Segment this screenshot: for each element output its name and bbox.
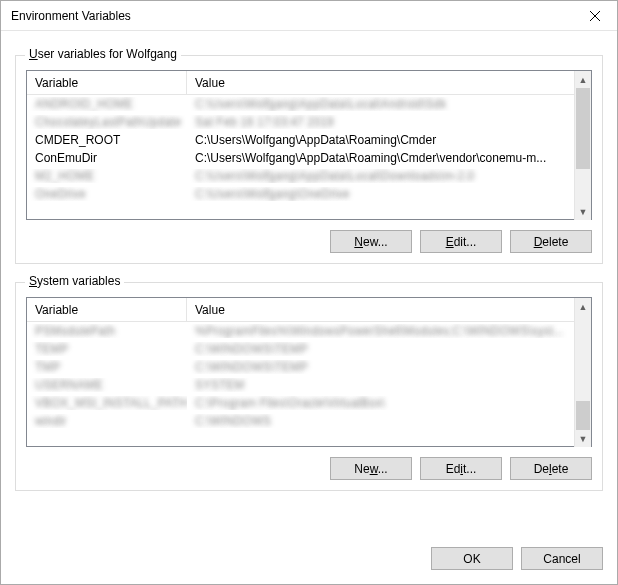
table-row[interactable]: TEMPC:\WINDOWS\TEMP bbox=[27, 340, 574, 358]
table-row[interactable]: PSModulePath%ProgramFiles%\WindowsPowerS… bbox=[27, 322, 574, 340]
window-title: Environment Variables bbox=[11, 9, 572, 23]
col-header-value[interactable]: Value bbox=[187, 71, 574, 94]
cell-variable: M2_HOME bbox=[27, 169, 187, 183]
cell-value: C:\Users\Wolfgang\AppData\Local\Android\… bbox=[187, 97, 574, 111]
cell-value: SYSTEM bbox=[187, 378, 574, 392]
system-variables-group: System variables Variable Value PSModule… bbox=[15, 282, 603, 491]
scroll-track[interactable] bbox=[575, 88, 591, 203]
cell-variable: ChocolateyLastPathUpdate bbox=[27, 115, 187, 129]
cell-variable: CMDER_ROOT bbox=[27, 133, 187, 147]
cell-value: %ProgramFiles%\WindowsPowerShell\Modules… bbox=[187, 324, 574, 338]
cell-variable: VBOX_MSI_INSTALL_PATH bbox=[27, 396, 187, 410]
system-group-label: System variables bbox=[25, 274, 124, 288]
table-row[interactable]: USERNAMESYSTEM bbox=[27, 376, 574, 394]
cell-value: C:\Users\Wolfgang\OneDrive bbox=[187, 187, 574, 201]
cell-value: C:\Users\Wolfgang\AppData\Roaming\Cmder\… bbox=[187, 151, 574, 165]
user-edit-button[interactable]: Edit... bbox=[420, 230, 502, 253]
scroll-thumb[interactable] bbox=[576, 88, 590, 169]
close-button[interactable] bbox=[572, 1, 617, 31]
table-row[interactable]: M2_HOMEC:\Users\Wolfgang\AppData\Local\D… bbox=[27, 167, 574, 185]
system-edit-button[interactable]: Edit... bbox=[420, 457, 502, 480]
cell-variable: USERNAME bbox=[27, 378, 187, 392]
cell-variable: OneDrive bbox=[27, 187, 187, 201]
cell-value: C:\WINDOWS bbox=[187, 414, 574, 428]
cell-value: C:\Program Files\Oracle\VirtualBox\ bbox=[187, 396, 574, 410]
scroll-track[interactable] bbox=[575, 315, 591, 430]
cell-variable: TMP bbox=[27, 360, 187, 374]
user-new-button[interactable]: New... bbox=[330, 230, 412, 253]
table-row[interactable]: TMPC:\WINDOWS\TEMP bbox=[27, 358, 574, 376]
col-header-variable[interactable]: Variable bbox=[27, 298, 187, 321]
user-list-header: Variable Value bbox=[27, 71, 574, 95]
scroll-down-icon[interactable]: ▼ bbox=[575, 430, 591, 447]
user-buttons: New... Edit... Delete bbox=[26, 230, 592, 253]
titlebar: Environment Variables bbox=[1, 1, 617, 31]
system-scrollbar[interactable]: ▲ ▼ bbox=[574, 298, 591, 447]
cell-value: C:\WINDOWS\TEMP bbox=[187, 342, 574, 356]
cell-variable: TEMP bbox=[27, 342, 187, 356]
user-delete-button[interactable]: Delete bbox=[510, 230, 592, 253]
cell-value: C:\Users\Wolfgang\AppData\Roaming\Cmder bbox=[187, 133, 574, 147]
table-row[interactable]: OneDriveC:\Users\Wolfgang\OneDrive bbox=[27, 185, 574, 203]
system-list-header: Variable Value bbox=[27, 298, 574, 322]
content-area: User variables for Wolfgang Variable Val… bbox=[1, 31, 617, 537]
system-variables-list[interactable]: Variable Value PSModulePath%ProgramFiles… bbox=[26, 297, 592, 447]
cancel-button[interactable]: Cancel bbox=[521, 547, 603, 570]
user-scrollbar[interactable]: ▲ ▼ bbox=[574, 71, 591, 220]
scroll-thumb[interactable] bbox=[576, 401, 590, 430]
col-header-value[interactable]: Value bbox=[187, 298, 574, 321]
scroll-down-icon[interactable]: ▼ bbox=[575, 203, 591, 220]
user-variables-group: User variables for Wolfgang Variable Val… bbox=[15, 55, 603, 264]
env-vars-dialog: Environment Variables User variables for… bbox=[0, 0, 618, 585]
ok-button[interactable]: OK bbox=[431, 547, 513, 570]
table-row[interactable]: ChocolateyLastPathUpdateSat Feb 16 17:03… bbox=[27, 113, 574, 131]
scroll-up-icon[interactable]: ▲ bbox=[575, 71, 591, 88]
dialog-footer: OK Cancel bbox=[1, 537, 617, 584]
user-group-label: User variables for Wolfgang bbox=[25, 47, 181, 61]
system-buttons: New... Edit... Delete bbox=[26, 457, 592, 480]
table-row[interactable]: windirC:\WINDOWS bbox=[27, 412, 574, 430]
cell-variable: windir bbox=[27, 414, 187, 428]
cell-value: Sat Feb 16 17:03:47 2019 bbox=[187, 115, 574, 129]
scroll-up-icon[interactable]: ▲ bbox=[575, 298, 591, 315]
table-row[interactable]: ANDROID_HOMEC:\Users\Wolfgang\AppData\Lo… bbox=[27, 95, 574, 113]
cell-variable: ANDROID_HOME bbox=[27, 97, 187, 111]
system-new-button[interactable]: New... bbox=[330, 457, 412, 480]
close-icon bbox=[590, 11, 600, 21]
cell-value: C:\WINDOWS\TEMP bbox=[187, 360, 574, 374]
user-variables-list[interactable]: Variable Value ANDROID_HOMEC:\Users\Wolf… bbox=[26, 70, 592, 220]
cell-value: C:\Users\Wolfgang\AppData\Local\Download… bbox=[187, 169, 574, 183]
cell-variable: PSModulePath bbox=[27, 324, 187, 338]
system-delete-button[interactable]: Delete bbox=[510, 457, 592, 480]
col-header-variable[interactable]: Variable bbox=[27, 71, 187, 94]
table-row[interactable]: CMDER_ROOTC:\Users\Wolfgang\AppData\Roam… bbox=[27, 131, 574, 149]
table-row[interactable]: VBOX_MSI_INSTALL_PATHC:\Program Files\Or… bbox=[27, 394, 574, 412]
cell-variable: ConEmuDir bbox=[27, 151, 187, 165]
table-row[interactable]: ConEmuDirC:\Users\Wolfgang\AppData\Roami… bbox=[27, 149, 574, 167]
